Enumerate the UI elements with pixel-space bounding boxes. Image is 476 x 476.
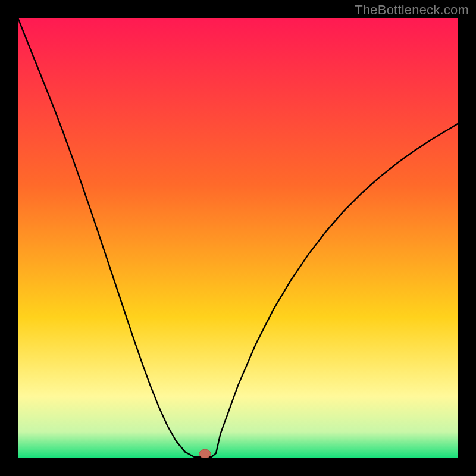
- watermark-text: TheBottleneck.com: [355, 2, 469, 18]
- plot-area: [18, 18, 458, 458]
- chart-frame: TheBottleneck.com: [0, 0, 476, 476]
- optimum-marker: [199, 449, 211, 458]
- chart-svg: [18, 18, 458, 458]
- gradient-background: [18, 18, 458, 458]
